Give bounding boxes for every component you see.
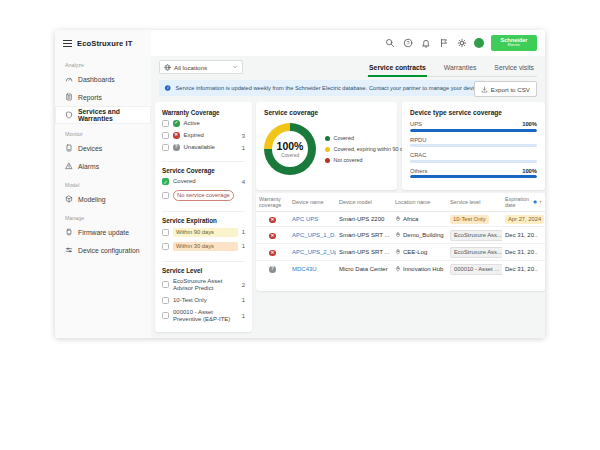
coverage-bar-crac: CRAC xyxy=(410,152,537,163)
sidebar-item-label: Dashboards xyxy=(78,76,115,83)
filter-option-active[interactable]: ✓ Active xyxy=(162,120,245,127)
help-icon[interactable]: ? xyxy=(402,38,413,49)
active-status-icon: ✓ xyxy=(173,120,180,127)
sidebar-item-firmware-update[interactable]: Firmware update xyxy=(55,223,151,241)
sort-ascending-icon[interactable]: ↑ xyxy=(539,199,542,206)
devices-table: Warranty coverage Device name Device mod… xyxy=(256,193,545,277)
device-icon xyxy=(65,144,73,152)
checkbox[interactable] xyxy=(162,229,169,236)
filters-panel: Warranty Coverage ✓ Active ✕ Expired 3 ?… xyxy=(155,102,252,332)
tab-service-visits[interactable]: Service visits xyxy=(493,62,535,76)
filter-option-10-test-only[interactable]: 10-Test Only 1 xyxy=(162,297,245,304)
sidebar-item-dashboards[interactable]: Dashboards xyxy=(55,70,151,88)
service-coverage-donut: 100% Covered xyxy=(264,123,316,175)
sidebar-item-label: Devices xyxy=(78,145,102,152)
sidebar-item-label: Reports xyxy=(78,94,102,101)
sidebar-item-device-configuration[interactable]: Device configuration xyxy=(55,241,151,259)
sidebar-item-label: Device configuration xyxy=(78,247,140,254)
alarm-icon xyxy=(65,162,73,170)
service-level-chip: EcoStruxure Ass... xyxy=(450,247,502,258)
sidebar-item-reports[interactable]: Reports xyxy=(55,88,151,106)
sidebar-item-modeling[interactable]: Modeling xyxy=(55,190,151,208)
filter-group-title: Warranty Coverage xyxy=(162,109,245,116)
expired-status-icon: ✕ xyxy=(269,250,276,257)
no-service-coverage-chip: No service coverage xyxy=(173,190,234,201)
info-banner-text: Service information is updated weekly fr… xyxy=(175,85,480,91)
notifications-bell-icon[interactable] xyxy=(420,38,431,49)
checkbox[interactable] xyxy=(162,192,169,199)
sidebar-item-services-and-warranties[interactable]: Services and Warranties xyxy=(55,106,151,124)
devices-table-card: Warranty coverage Device name Device mod… xyxy=(256,193,545,291)
column-info-icon[interactable]: i xyxy=(533,199,537,205)
info-banner: i Service information is updated weekly … xyxy=(159,80,485,96)
expired-status-icon: ✕ xyxy=(173,132,180,139)
checkbox[interactable] xyxy=(162,144,169,151)
checkbox[interactable] xyxy=(162,243,169,250)
coverage-bar-others: Others100% xyxy=(410,168,537,179)
col-location-name: Location name xyxy=(392,193,447,212)
settings-gear-icon[interactable] xyxy=(456,38,467,49)
table-row[interactable]: ? MDC43U Micro Data Center Innovation Hu… xyxy=(256,261,545,277)
shield-icon xyxy=(65,111,73,119)
location-selector[interactable]: All locations xyxy=(159,60,243,74)
sidebar-section-manage: Manage xyxy=(65,215,151,221)
checkbox[interactable] xyxy=(162,312,169,319)
export-to-csv-button[interactable]: Export to CSV xyxy=(474,81,537,97)
legend-dot-covered xyxy=(325,136,330,141)
checkbox[interactable] xyxy=(162,281,169,288)
topbar: ? Schneider Electric xyxy=(151,30,545,56)
checkbox[interactable] xyxy=(162,120,169,127)
sidebar-item-alarms[interactable]: Alarms xyxy=(55,157,151,175)
col-service-level: Service level xyxy=(447,193,502,212)
location-pin-icon xyxy=(395,249,401,255)
sidebar-item-label: Modeling xyxy=(78,196,106,203)
filter-option-covered[interactable]: ✓ Covered 4 xyxy=(162,178,245,185)
sidebar-section-monitor: Monitor xyxy=(65,131,151,137)
tab-warranties[interactable]: Warranties xyxy=(443,62,478,76)
legend-dot-not-covered xyxy=(325,158,330,163)
filter-option-asset-preventive[interactable]: 000010 - Asset Preventive (E&P-ITE) 1 xyxy=(162,309,245,323)
device-link[interactable]: MDC43U xyxy=(292,266,317,272)
device-link[interactable]: APC_UPS_2_Up xyxy=(292,249,336,255)
checkbox[interactable] xyxy=(162,132,169,139)
expiration-chip: Apr 27, 2024 xyxy=(505,215,544,224)
search-icon[interactable] xyxy=(384,38,395,49)
filter-option-asset-advisor-predict[interactable]: EcoStruxure Asset Advisor Predict 2 xyxy=(162,278,245,292)
user-avatar[interactable] xyxy=(474,38,484,48)
checkbox-checked[interactable]: ✓ xyxy=(162,178,169,185)
sidebar-item-devices[interactable]: Devices xyxy=(55,139,151,157)
filter-option-within-30-days[interactable]: Within 30 days 1 xyxy=(162,242,245,251)
sidebar-section-model: Model xyxy=(65,182,151,188)
col-expiration-date: Expiration date i ↑ xyxy=(502,193,545,212)
filter-option-unavailable[interactable]: ? Unavailable 1 xyxy=(162,144,245,151)
sidebar-item-label: Alarms xyxy=(78,163,99,170)
service-level-chip: 000010 - Asset ... xyxy=(450,264,502,275)
device-link[interactable]: APC UPS xyxy=(292,216,318,222)
filter-option-expired[interactable]: ✕ Expired 3 xyxy=(162,132,245,139)
feedback-flag-icon[interactable] xyxy=(438,38,449,49)
menu-icon[interactable] xyxy=(63,40,72,47)
brand-subname: Electric xyxy=(508,44,520,48)
table-row[interactable]: ✕ APC UPS Smart-UPS 2200 Africa 10-Test … xyxy=(256,212,545,227)
within-90-days-chip: Within 90 days xyxy=(173,228,238,237)
unavailable-status-icon: ? xyxy=(173,144,180,151)
filter-option-within-90-days[interactable]: Within 90 days 1 xyxy=(162,228,245,237)
checkbox[interactable] xyxy=(162,297,169,304)
within-30-days-chip: Within 30 days xyxy=(173,242,238,251)
location-pin-icon xyxy=(395,216,401,222)
download-icon xyxy=(481,86,488,93)
schneider-electric-logo[interactable]: Schneider Electric xyxy=(491,35,537,51)
table-row[interactable]: ✕ APC_UPS_2_Up Smart-UPS SRT ... CEE-Log… xyxy=(256,244,545,261)
device-link[interactable]: APC_UPS_1_D... xyxy=(292,232,336,238)
service-level-chip: EcoStruxure Ass... xyxy=(450,230,502,241)
service-coverage-title: Service coverage xyxy=(264,109,389,116)
filter-option-no-service-coverage[interactable]: No service coverage xyxy=(162,190,245,201)
sidebar-item-label: Firmware update xyxy=(78,229,129,236)
donut-center-label: Covered xyxy=(281,153,299,158)
tab-service-contracts[interactable]: Service contracts xyxy=(368,62,427,77)
firmware-icon xyxy=(65,228,73,236)
legend-dot-expiring xyxy=(325,147,330,152)
coverage-bar-rpdu: RPDU xyxy=(410,137,537,148)
donut-center-value: 100% xyxy=(277,140,304,152)
table-row[interactable]: ✕ APC_UPS_1_D... Smart-UPS SRT ... Demo_… xyxy=(256,227,545,244)
